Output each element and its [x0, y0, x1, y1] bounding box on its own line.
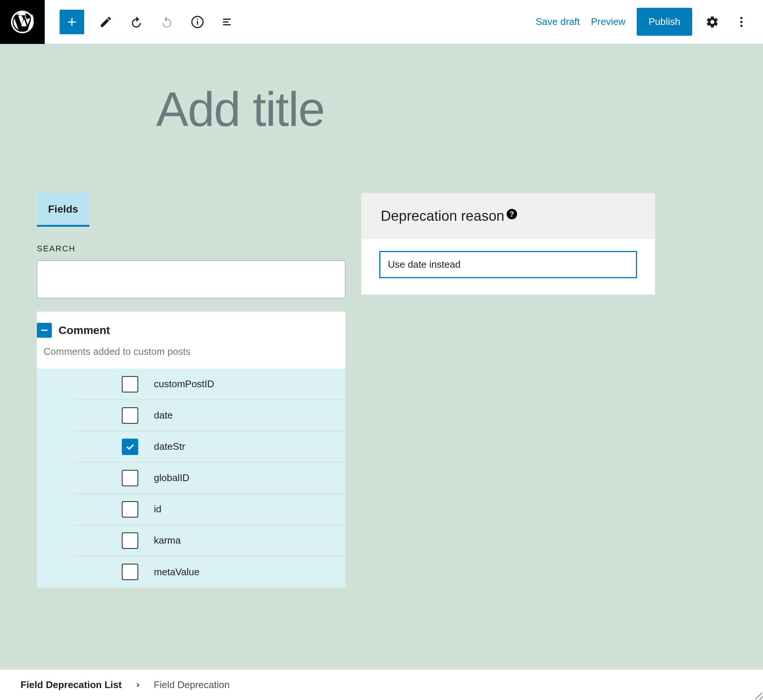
search-label: SEARCH	[37, 244, 345, 253]
panel-title: Deprecation reason	[381, 208, 504, 224]
field-name-label: globalID	[154, 472, 189, 484]
tab-fields[interactable]: Fields	[37, 193, 89, 227]
field-row[interactable]: karma	[74, 525, 345, 556]
post-title-input[interactable]: Add title	[74, 81, 689, 193]
svg-point-4	[740, 17, 743, 19]
more-options-button[interactable]	[732, 13, 750, 31]
svg-rect-2	[197, 21, 198, 25]
undo-icon	[130, 15, 143, 29]
publish-button[interactable]: Publish	[637, 8, 692, 36]
redo-button	[158, 13, 176, 31]
info-icon	[191, 15, 204, 29]
pencil-icon	[99, 15, 113, 29]
minus-icon	[39, 325, 49, 335]
field-row[interactable]: date	[74, 400, 345, 431]
gear-icon	[706, 15, 719, 29]
svg-rect-3	[197, 19, 198, 20]
field-checkbox[interactable]	[122, 470, 138, 486]
field-name-label: id	[154, 503, 161, 515]
editor-canvas: Add title Fields SEARCH Comment Comments…	[0, 44, 763, 700]
outline-button[interactable]	[219, 13, 237, 31]
chevron-right-icon	[135, 682, 141, 689]
breadcrumb-root[interactable]: Field Deprecation List	[20, 679, 122, 691]
undo-button[interactable]	[127, 13, 145, 31]
wordpress-logo[interactable]	[0, 0, 45, 44]
save-draft-button[interactable]: Save draft	[536, 16, 580, 28]
wordpress-logo-icon	[11, 11, 34, 33]
check-icon	[125, 442, 135, 452]
field-tabs: Fields	[37, 193, 345, 227]
deprecation-reason-input[interactable]: Use date instead	[379, 251, 637, 278]
edit-mode-button[interactable]	[97, 13, 115, 31]
deprecation-panel: Deprecation reason ? Use date instead	[361, 193, 655, 295]
toolbar-left	[45, 10, 237, 34]
preview-button[interactable]: Preview	[591, 16, 625, 28]
field-checkbox[interactable]	[122, 439, 138, 455]
field-name-label: date	[154, 409, 173, 421]
field-row[interactable]: dateStr	[74, 431, 345, 462]
toolbar-right: Save draft Preview Publish	[536, 8, 763, 36]
plus-icon	[65, 15, 78, 29]
field-group-card: Comment Comments added to custom posts c…	[37, 312, 345, 588]
field-name-label: metaValue	[154, 566, 199, 578]
resize-handle-icon	[752, 689, 763, 700]
breadcrumb: Field Deprecation List Field Deprecation	[0, 669, 763, 700]
more-vertical-icon	[735, 15, 748, 29]
field-row[interactable]: metaValue	[74, 556, 345, 588]
field-list: customPostIDdatedateStrglobalIDidkarmame…	[37, 369, 345, 588]
field-row[interactable]: customPostID	[74, 369, 345, 400]
svg-point-5	[740, 21, 743, 23]
field-name-label: dateStr	[154, 441, 185, 452]
field-checkbox[interactable]	[122, 501, 138, 517]
settings-button[interactable]	[703, 13, 721, 31]
field-name-label: karma	[154, 535, 181, 546]
field-checkbox[interactable]	[122, 407, 138, 424]
collapse-group-button[interactable]	[37, 323, 52, 338]
add-block-button[interactable]	[60, 10, 84, 34]
outline-icon	[221, 15, 235, 29]
svg-rect-7	[41, 330, 47, 331]
group-description: Comments added to custom posts	[37, 338, 345, 369]
search-input[interactable]	[37, 260, 345, 298]
field-checkbox[interactable]	[122, 564, 138, 580]
field-checkbox[interactable]	[122, 533, 138, 549]
help-icon[interactable]: ?	[507, 209, 517, 219]
field-row[interactable]: globalID	[74, 462, 345, 494]
field-checkbox[interactable]	[122, 376, 138, 392]
editor-toolbar: Save draft Preview Publish	[0, 0, 763, 44]
field-name-label: customPostID	[154, 378, 214, 390]
group-title: Comment	[58, 324, 110, 337]
field-row[interactable]: id	[74, 494, 345, 525]
breadcrumb-current[interactable]: Field Deprecation	[154, 679, 230, 691]
svg-point-6	[740, 25, 743, 27]
info-button[interactable]	[188, 13, 207, 31]
redo-icon	[160, 15, 174, 29]
